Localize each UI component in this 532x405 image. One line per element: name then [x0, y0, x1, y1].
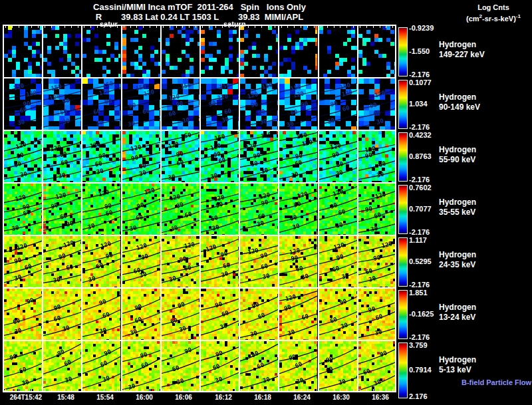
channel-label-row-2: Hydrogen90-149 keV [439, 92, 529, 112]
colorbar-units-label: Log Cnts (cm2-sr-s-keV)-1 [456, 3, 531, 23]
colorbar-row-1 [398, 27, 408, 76]
mimi-inca-display: Cassini/MIMI Inca mTOF 2011-264 Spin Ion… [0, 0, 532, 405]
bfield-flow-label: B-field Particle Flow [462, 378, 531, 386]
colorbar-units-line1: Log Cnts [456, 3, 531, 12]
scale-bottom-row-6: -2.176 [409, 333, 456, 341]
orbit-marker-satur: satur [100, 20, 118, 28]
ephemeris-subtitle: R 39.83 Lat 0.24 LT 1503 L 39.83 MIMI/AP… [3, 12, 396, 22]
scale-bottom-row-1: -2.176 [409, 70, 456, 78]
channel-label-row-5: Hydrogen24-35 keV [439, 250, 529, 270]
colorbar-units-line2: (cm2-sr-s-keV)-1 [456, 12, 531, 23]
channel-label-row-4: Hydrogen35-55 keV [439, 198, 529, 217]
scale-bottom-row-5: -2.176 [409, 281, 456, 289]
spectrogram-canvas [3, 25, 396, 392]
scale-top-row-6: 1.851 [409, 289, 456, 297]
channel-label-row-7: Hydrogen5-13 keV [439, 355, 529, 375]
page-title: Cassini/MIMI Inca mTOF 2011-264 Spin Ion… [3, 2, 396, 12]
scale-bottom-row-3: -2.176 [409, 176, 456, 184]
scale-bottom-row-2: -2.176 [409, 123, 456, 131]
scale-top-row-7: 3.759 [409, 341, 456, 349]
scale-top-row-5: 1.117 [409, 236, 456, 244]
scale-top-row-3: 0.4232 [409, 131, 456, 139]
scale-bottom-row-7: 2.176 [409, 392, 456, 400]
scale-top-row-2: 0.1077 [409, 78, 456, 86]
colorbar-row-3 [398, 132, 408, 182]
colorbar-row-2 [398, 80, 408, 129]
orbit-marker-saturn: saturn [223, 20, 246, 28]
scale-top-row-4: 0.7602 [409, 184, 456, 192]
channel-label-row-1: Hydrogen149-227 keV [439, 40, 529, 60]
scale-bottom-row-4: -2.176 [409, 228, 456, 236]
channel-label-row-6: Hydrogen13-24 keV [439, 303, 529, 323]
channel-label-row-3: Hydrogen55-90 keV [439, 145, 529, 165]
colorbar-row-7 [398, 342, 408, 398]
scale-top-row-1: -0.9239 [409, 24, 456, 32]
time-tick-label: 16:36 [350, 394, 410, 401]
colorbar-row-6 [398, 290, 408, 339]
colorbar-row-5 [398, 237, 408, 287]
colorbar-row-4 [398, 185, 408, 234]
